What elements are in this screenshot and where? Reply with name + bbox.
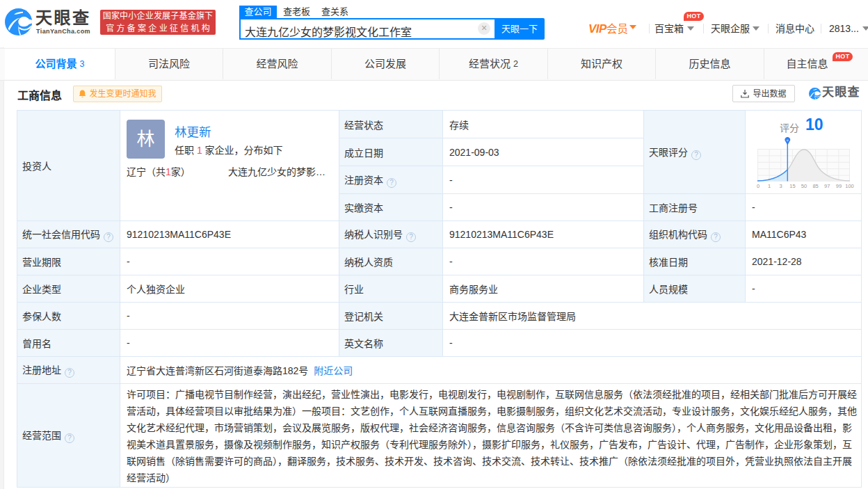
svg-text:50: 50	[801, 183, 807, 189]
svg-text:100: 100	[845, 183, 854, 189]
svg-text:15: 15	[789, 183, 795, 189]
svg-text:99: 99	[836, 183, 842, 189]
svg-text:0: 0	[757, 183, 760, 189]
svg-text:1: 1	[768, 183, 771, 189]
svg-text:97: 97	[824, 183, 830, 189]
svg-text:3: 3	[780, 183, 782, 189]
svg-text:85: 85	[812, 183, 818, 189]
